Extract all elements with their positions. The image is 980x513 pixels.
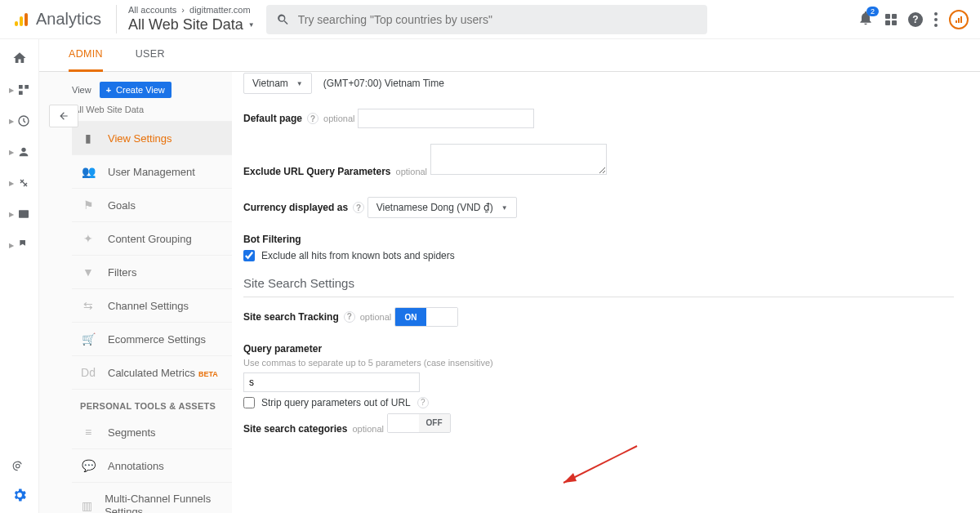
left-nav: ▶ ▶ ▶ ▶ ▶ ▶	[0, 39, 39, 513]
sidebar-item-label: Calculated Metrics	[108, 367, 195, 379]
search-bar[interactable]	[266, 5, 707, 34]
help-icon[interactable]: ?	[908, 12, 923, 27]
sidebar-item-view-settings[interactable]: ▮View Settings	[72, 122, 232, 155]
annotation-icon: 💬	[80, 459, 96, 472]
timezone-value: (GMT+07:00) Vietnam Time	[323, 78, 444, 89]
view-selector[interactable]: All Web Site Data ▼	[128, 16, 255, 33]
sidebar-item-user-management[interactable]: 👥User Management	[72, 155, 232, 189]
optional-tag: optional	[323, 114, 355, 123]
strip-query-checkbox-row[interactable]: Strip query parameters out of URL?	[243, 397, 954, 408]
sidebar-item-label: Channel Settings	[108, 300, 189, 312]
sidebar-item-label: User Management	[108, 166, 195, 178]
tab-user[interactable]: USER	[136, 39, 165, 72]
cart-icon: 🛒	[80, 332, 96, 346]
behavior-icon[interactable]: ▶	[9, 207, 30, 221]
chart-icon: ▥	[80, 499, 93, 512]
sidebar-item-label: Content Grouping	[108, 233, 192, 245]
sidebar-item-goals[interactable]: ⚑Goals	[72, 189, 232, 222]
tab-admin[interactable]: ADMIN	[69, 39, 103, 72]
currency-select[interactable]: Vietnamese Dong (VND ₫)▼	[368, 197, 517, 218]
svg-rect-2	[24, 13, 28, 26]
metrics-icon: Dd	[80, 366, 96, 379]
sidebar-item-label: Multi-Channel Funnels Settings	[105, 493, 224, 513]
create-view-button[interactable]: +Create View	[100, 82, 172, 98]
toggle-off-slot	[426, 308, 457, 326]
back-button[interactable]	[49, 105, 78, 127]
admin-tabs: ADMIN USER	[39, 39, 980, 72]
query-param-input[interactable]	[243, 372, 420, 392]
caret-down-icon: ▼	[248, 21, 255, 29]
sidebar-item-filters[interactable]: ▼Filters	[72, 256, 232, 289]
svg-marker-14	[564, 473, 577, 483]
caret-down-icon: ▼	[501, 204, 508, 212]
bot-filter-checkbox-row[interactable]: Exclude all hits from known bots and spi…	[243, 250, 954, 261]
audience-icon[interactable]: ▶	[9, 145, 30, 158]
help-icon[interactable]: ?	[344, 311, 355, 323]
timezone-country-select[interactable]: Vietnam▼	[243, 73, 312, 94]
sidebar-item-label: Segments	[108, 426, 156, 439]
optional-tag: optional	[360, 312, 392, 322]
sidebar-item-segments[interactable]: ≡Segments	[72, 416, 232, 449]
svg-rect-0	[15, 21, 18, 26]
admin-sidebar: View +Create View All Web Site Data ▮Vie…	[39, 72, 232, 513]
caret-down-icon: ▼	[296, 80, 303, 87]
home-icon[interactable]	[12, 51, 27, 65]
annotation-arrow	[555, 442, 645, 491]
help-icon[interactable]: ?	[417, 397, 429, 408]
default-page-label: Default page	[243, 113, 302, 124]
site-search-categories-toggle[interactable]: OFF	[387, 413, 451, 433]
sidebar-item-channel-settings[interactable]: ⇆Channel Settings	[72, 289, 232, 323]
exclude-params-input[interactable]	[430, 144, 607, 175]
bot-filtering-label: Bot Filtering	[243, 234, 301, 245]
sidebar-item-label: Filters	[108, 266, 136, 279]
view-path[interactable]: All accounts › digitmatter.com All Web S…	[116, 5, 255, 33]
acquisition-icon[interactable]: ▶	[9, 176, 30, 190]
admin-gear-icon[interactable]	[11, 487, 28, 503]
bot-filter-checkbox[interactable]	[243, 250, 255, 261]
more-menu-icon[interactable]	[934, 12, 938, 27]
svg-line-13	[564, 446, 637, 483]
sidebar-item-calculated-metrics[interactable]: DdCalculated MetricsBETA	[72, 356, 232, 390]
sidebar-item-label: View Settings	[108, 132, 172, 145]
grouping-icon: ✦	[80, 232, 96, 245]
default-page-input[interactable]	[358, 109, 534, 128]
conversions-icon[interactable]: ▶	[9, 239, 30, 252]
brand-logo: Analytics	[11, 10, 101, 29]
flag-icon: ⚑	[80, 199, 96, 212]
sidebar-item-annotations[interactable]: 💬Annotations	[72, 449, 232, 483]
segments-icon: ≡	[80, 426, 96, 439]
breadcrumb-all: All accounts	[128, 5, 176, 15]
svg-point-12	[16, 464, 20, 468]
sidebar-item-label: Annotations	[108, 460, 164, 472]
people-icon: 👥	[80, 165, 96, 178]
sidebar-item-ecommerce-settings[interactable]: 🛒Ecommerce Settings	[72, 323, 232, 356]
notifications-button[interactable]: 2	[858, 10, 874, 29]
discover-icon[interactable]	[12, 457, 27, 472]
sidebar-item-content-grouping[interactable]: ✦Content Grouping	[72, 222, 232, 256]
search-icon	[276, 12, 290, 27]
search-input[interactable]	[298, 13, 697, 26]
settings-form: Vietnam▼ (GMT+07:00) Vietnam Time Defaul…	[232, 72, 980, 513]
svg-rect-4	[958, 18, 960, 23]
optional-tag: optional	[396, 167, 428, 176]
customization-icon[interactable]: ▶	[9, 83, 30, 96]
chevron-right-icon: ›	[181, 5, 185, 15]
current-view-name[interactable]: All Web Site Data	[72, 105, 232, 114]
apps-icon[interactable]	[885, 14, 897, 25]
svg-point-10	[21, 148, 25, 152]
account-button[interactable]	[949, 10, 969, 29]
toggle-on: ON	[395, 308, 426, 326]
top-bar: Analytics All accounts › digitmatter.com…	[0, 0, 980, 39]
strip-query-checkbox[interactable]	[243, 397, 255, 408]
breadcrumb-domain: digitmatter.com	[189, 5, 251, 15]
svg-rect-1	[20, 16, 23, 26]
help-icon[interactable]: ?	[307, 113, 318, 124]
sidebar-item-mcf-settings[interactable]: ▥Multi-Channel Funnels Settings	[72, 483, 232, 513]
help-icon[interactable]: ?	[353, 202, 364, 213]
site-search-categories-label: Site search categories	[243, 423, 347, 435]
back-arrow-icon	[56, 110, 71, 122]
realtime-icon[interactable]: ▶	[9, 114, 30, 127]
topbar-actions: 2 ?	[858, 10, 969, 29]
site-search-toggle[interactable]: ON	[394, 307, 458, 327]
svg-rect-11	[19, 210, 29, 217]
